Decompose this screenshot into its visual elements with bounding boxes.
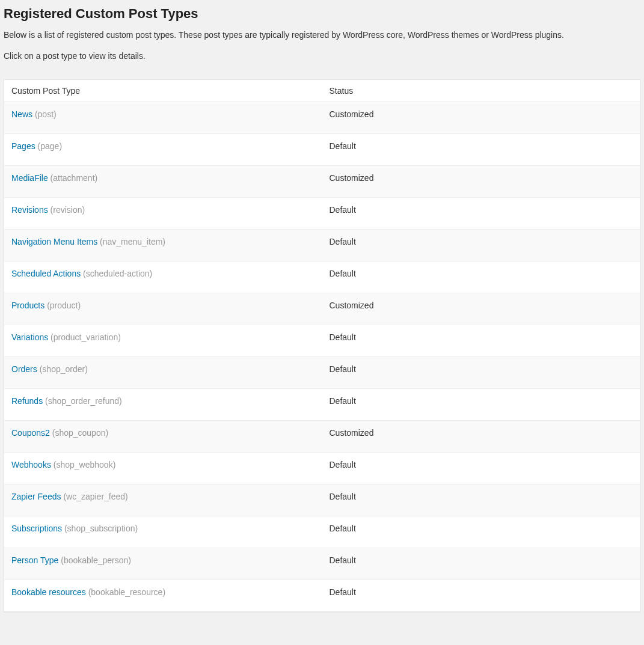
post-type-slug: (revision) bbox=[51, 205, 85, 215]
post-type-link[interactable]: Person Type bbox=[11, 555, 58, 565]
post-type-link[interactable]: Products bbox=[11, 301, 44, 310]
page-description-2: Click on a post type to view its details… bbox=[4, 50, 640, 63]
cell-status: Default bbox=[322, 198, 640, 230]
post-type-slug: (bookable_person) bbox=[61, 555, 131, 565]
cell-post-type: Navigation Menu Items (nav_menu_item) bbox=[4, 230, 322, 261]
table-row: Pages (page)Default bbox=[4, 134, 640, 166]
cell-status: Customized bbox=[322, 166, 640, 198]
cell-status: Customized bbox=[322, 421, 640, 453]
cell-post-type: Subscriptions (shop_subscription) bbox=[4, 516, 322, 548]
table-row: News (post)Customized bbox=[4, 102, 640, 134]
cell-post-type: Coupons2 (shop_coupon) bbox=[4, 421, 322, 453]
post-type-link[interactable]: Pages bbox=[11, 141, 35, 151]
post-type-slug: (page) bbox=[38, 141, 62, 151]
table-row: MediaFile (attachment)Customized bbox=[4, 166, 640, 198]
post-type-link[interactable]: News bbox=[11, 109, 32, 119]
post-type-link[interactable]: Orders bbox=[11, 364, 37, 374]
cell-status: Customized bbox=[322, 293, 640, 325]
post-type-slug: (shop_order_refund) bbox=[45, 396, 122, 406]
post-type-link[interactable]: Variations bbox=[11, 332, 48, 342]
table-row: Revisions (revision)Default bbox=[4, 198, 640, 230]
table-row: Person Type (bookable_person)Default bbox=[4, 548, 640, 580]
cell-post-type: Variations (product_variation) bbox=[4, 325, 322, 357]
cell-post-type: MediaFile (attachment) bbox=[4, 166, 322, 198]
cell-post-type: Zapier Feeds (wc_zapier_feed) bbox=[4, 485, 322, 516]
cell-status: Default bbox=[322, 548, 640, 580]
cell-status: Default bbox=[322, 230, 640, 261]
table-row: Bookable resources (bookable_resource)De… bbox=[4, 580, 640, 612]
post-types-table-wrapper: Custom Post Type Status News (post)Custo… bbox=[4, 79, 640, 612]
cell-status: Default bbox=[322, 389, 640, 421]
cell-status: Customized bbox=[322, 102, 640, 134]
post-type-slug: (shop_subscription) bbox=[64, 524, 138, 533]
cell-status: Default bbox=[322, 580, 640, 612]
post-type-slug: (shop_webhook) bbox=[54, 460, 116, 469]
column-header-name: Custom Post Type bbox=[4, 80, 322, 102]
table-row: Scheduled Actions (scheduled-action)Defa… bbox=[4, 261, 640, 293]
cell-status: Default bbox=[322, 485, 640, 516]
cell-post-type: Pages (page) bbox=[4, 134, 322, 166]
post-type-slug: (bookable_resource) bbox=[88, 587, 165, 597]
cell-status: Default bbox=[322, 516, 640, 548]
cell-post-type: Refunds (shop_order_refund) bbox=[4, 389, 322, 421]
cell-post-type: Revisions (revision) bbox=[4, 198, 322, 230]
cell-status: Default bbox=[322, 134, 640, 166]
cell-status: Default bbox=[322, 357, 640, 389]
cell-post-type: Scheduled Actions (scheduled-action) bbox=[4, 261, 322, 293]
table-row: Webhooks (shop_webhook)Default bbox=[4, 453, 640, 485]
post-type-link[interactable]: Scheduled Actions bbox=[11, 269, 81, 278]
cell-status: Default bbox=[322, 261, 640, 293]
post-type-slug: (wc_zapier_feed) bbox=[63, 492, 127, 501]
page-title: Registered Custom Post Types bbox=[4, 5, 640, 22]
post-type-link[interactable]: Bookable resources bbox=[11, 587, 86, 597]
cell-post-type: News (post) bbox=[4, 102, 322, 134]
post-type-link[interactable]: Coupons2 bbox=[11, 428, 50, 438]
post-type-slug: (attachment) bbox=[51, 173, 98, 183]
post-type-link[interactable]: Zapier Feeds bbox=[11, 492, 61, 501]
cell-post-type: Orders (shop_order) bbox=[4, 357, 322, 389]
post-type-link[interactable]: Webhooks bbox=[11, 460, 51, 469]
post-type-slug: (post) bbox=[35, 109, 57, 119]
cell-post-type: Webhooks (shop_webhook) bbox=[4, 453, 322, 485]
cell-post-type: Products (product) bbox=[4, 293, 322, 325]
post-type-slug: (shop_coupon) bbox=[52, 428, 108, 438]
column-header-status: Status bbox=[322, 80, 640, 102]
page-description-1: Below is a list of registered custom pos… bbox=[4, 29, 640, 41]
table-row: Variations (product_variation)Default bbox=[4, 325, 640, 357]
post-type-slug: (product) bbox=[47, 301, 81, 310]
table-row: Navigation Menu Items (nav_menu_item)Def… bbox=[4, 230, 640, 261]
post-type-slug: (nav_menu_item) bbox=[100, 237, 165, 246]
post-type-slug: (scheduled-action) bbox=[83, 269, 152, 278]
post-type-link[interactable]: Refunds bbox=[11, 396, 43, 406]
table-row: Orders (shop_order)Default bbox=[4, 357, 640, 389]
cell-post-type: Bookable resources (bookable_resource) bbox=[4, 580, 322, 612]
table-row: Refunds (shop_order_refund)Default bbox=[4, 389, 640, 421]
table-row: Subscriptions (shop_subscription)Default bbox=[4, 516, 640, 548]
cell-status: Default bbox=[322, 325, 640, 357]
table-row: Coupons2 (shop_coupon)Customized bbox=[4, 421, 640, 453]
post-type-slug: (product_variation) bbox=[51, 332, 121, 342]
post-type-link[interactable]: Revisions bbox=[11, 205, 48, 215]
table-row: Zapier Feeds (wc_zapier_feed)Default bbox=[4, 485, 640, 516]
post-type-link[interactable]: Subscriptions bbox=[11, 524, 62, 533]
cell-post-type: Person Type (bookable_person) bbox=[4, 548, 322, 580]
post-type-slug: (shop_order) bbox=[40, 364, 88, 374]
post-types-table: Custom Post Type Status News (post)Custo… bbox=[4, 80, 640, 611]
post-type-link[interactable]: MediaFile bbox=[11, 173, 48, 183]
post-type-link[interactable]: Navigation Menu Items bbox=[11, 237, 97, 246]
table-row: Products (product)Customized bbox=[4, 293, 640, 325]
cell-status: Default bbox=[322, 453, 640, 485]
